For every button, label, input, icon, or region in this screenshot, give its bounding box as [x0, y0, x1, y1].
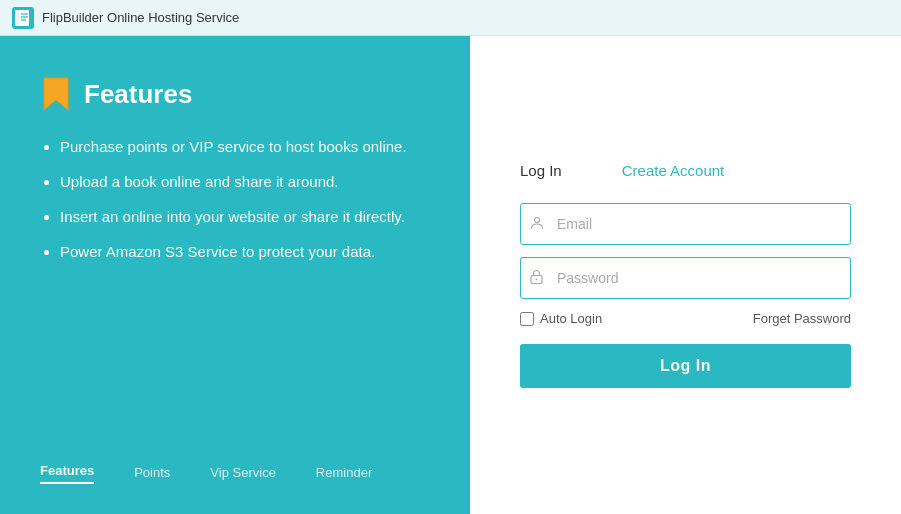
- tab-features[interactable]: Features: [40, 463, 94, 484]
- forget-password-link[interactable]: Forget Password: [753, 311, 851, 326]
- main-layout: Features Purchase points or VIP service …: [0, 36, 901, 514]
- svg-point-9: [536, 279, 538, 281]
- svg-rect-3: [19, 10, 29, 26]
- tab-create-account[interactable]: Create Account: [622, 162, 725, 183]
- user-icon: [530, 216, 544, 233]
- tab-reminder[interactable]: Reminder: [316, 465, 372, 484]
- auth-tabs: Log In Create Account: [520, 162, 851, 183]
- features-title: Features: [84, 79, 192, 110]
- right-panel: Log In Create Account: [470, 36, 901, 514]
- auto-login-label: Auto Login: [540, 311, 602, 326]
- left-panel: Features Purchase points or VIP service …: [0, 36, 470, 514]
- svg-point-7: [535, 218, 540, 223]
- auto-login-checkbox[interactable]: [520, 312, 534, 326]
- auto-login-group: Auto Login: [520, 311, 602, 326]
- login-button[interactable]: Log In: [520, 344, 851, 388]
- feature-item-4: Power Amazon S3 Service to protect your …: [60, 241, 430, 262]
- bookmark-icon: [40, 76, 72, 112]
- feature-item-1: Purchase points or VIP service to host b…: [60, 136, 430, 157]
- features-header: Features: [40, 76, 430, 112]
- topbar: FlipBuilder Online Hosting Service: [0, 0, 901, 36]
- email-input[interactable]: [520, 203, 851, 245]
- topbar-title: FlipBuilder Online Hosting Service: [42, 10, 239, 25]
- tab-vip-service[interactable]: Vip Service: [210, 465, 276, 484]
- email-field-group: [520, 203, 851, 245]
- password-field-group: [520, 257, 851, 299]
- lock-icon: [530, 269, 543, 287]
- password-input[interactable]: [520, 257, 851, 299]
- feature-item-3: Insert an online into your website or sh…: [60, 206, 430, 227]
- features-list: Purchase points or VIP service to host b…: [40, 136, 430, 276]
- flipbuilder-logo-icon: [12, 7, 34, 29]
- feature-item-2: Upload a book online and share it around…: [60, 171, 430, 192]
- tab-login[interactable]: Log In: [520, 162, 562, 183]
- bottom-tabs: Features Points Vip Service Reminder: [40, 443, 430, 484]
- tab-points[interactable]: Points: [134, 465, 170, 484]
- form-options: Auto Login Forget Password: [520, 311, 851, 326]
